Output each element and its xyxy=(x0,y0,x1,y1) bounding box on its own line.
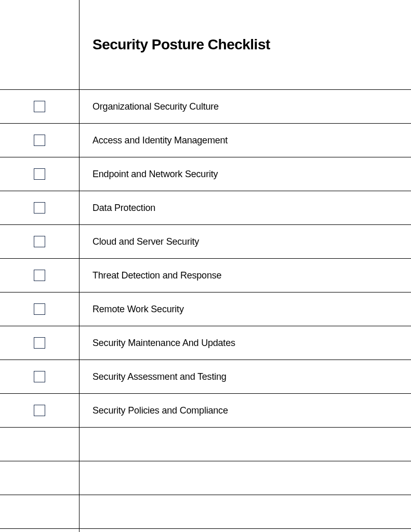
checklist-item-label: Security Policies and Compliance xyxy=(79,405,228,416)
checklist-row: Endpoint and Network Security xyxy=(0,157,411,191)
checklist-row: Security Maintenance And Updates xyxy=(0,326,411,360)
header: Security Posture Checklist xyxy=(0,0,411,89)
checkbox[interactable] xyxy=(34,101,45,112)
checkbox[interactable] xyxy=(34,135,45,146)
checkbox-cell xyxy=(0,202,79,214)
checklist-item-label: Organizational Security Culture xyxy=(79,101,219,112)
checklist-row: Security Policies and Compliance xyxy=(0,394,411,428)
checkbox-cell xyxy=(0,303,79,315)
checklist-row xyxy=(0,461,411,495)
checklist-row xyxy=(0,495,411,529)
page: Security Posture Checklist Organizationa… xyxy=(0,0,411,532)
checkbox[interactable] xyxy=(34,202,45,214)
checklist-item-label: Threat Detection and Response xyxy=(79,270,221,281)
checklist-row: Security Assessment and Testing xyxy=(0,360,411,394)
checkbox-cell xyxy=(0,101,79,112)
checklist-row: Cloud and Server Security xyxy=(0,225,411,259)
checkbox[interactable] xyxy=(34,337,45,349)
checklist-item-label: Security Maintenance And Updates xyxy=(79,338,235,349)
checkbox[interactable] xyxy=(34,303,45,315)
checklist-row: Remote Work Security xyxy=(0,292,411,326)
checkbox-cell xyxy=(0,371,79,382)
checkbox[interactable] xyxy=(34,270,45,281)
vertical-divider xyxy=(79,0,79,532)
checklist-item-label: Endpoint and Network Security xyxy=(79,169,218,180)
checklist: Organizational Security CultureAccess an… xyxy=(0,89,411,529)
checklist-item-label: Cloud and Server Security xyxy=(79,236,199,247)
checkbox[interactable] xyxy=(34,168,45,180)
checklist-row xyxy=(0,428,411,461)
checkbox[interactable] xyxy=(34,371,45,382)
checkbox[interactable] xyxy=(34,236,45,247)
checklist-row: Threat Detection and Response xyxy=(0,259,411,292)
checklist-item-label: Data Protection xyxy=(79,203,155,214)
checkbox-cell xyxy=(0,135,79,146)
checklist-item-label: Security Assessment and Testing xyxy=(79,371,227,382)
checklist-row: Access and Identity Management xyxy=(0,124,411,157)
checklist-row: Data Protection xyxy=(0,191,411,225)
checkbox-cell xyxy=(0,168,79,180)
checklist-item-label: Remote Work Security xyxy=(79,304,184,315)
checklist-row: Organizational Security Culture xyxy=(0,90,411,124)
checkbox-cell xyxy=(0,270,79,281)
checkbox-cell xyxy=(0,337,79,349)
checklist-item-label: Access and Identity Management xyxy=(79,135,228,146)
page-title: Security Posture Checklist xyxy=(92,36,270,53)
checkbox-cell xyxy=(0,405,79,416)
checkbox[interactable] xyxy=(34,405,45,416)
checkbox-cell xyxy=(0,236,79,247)
